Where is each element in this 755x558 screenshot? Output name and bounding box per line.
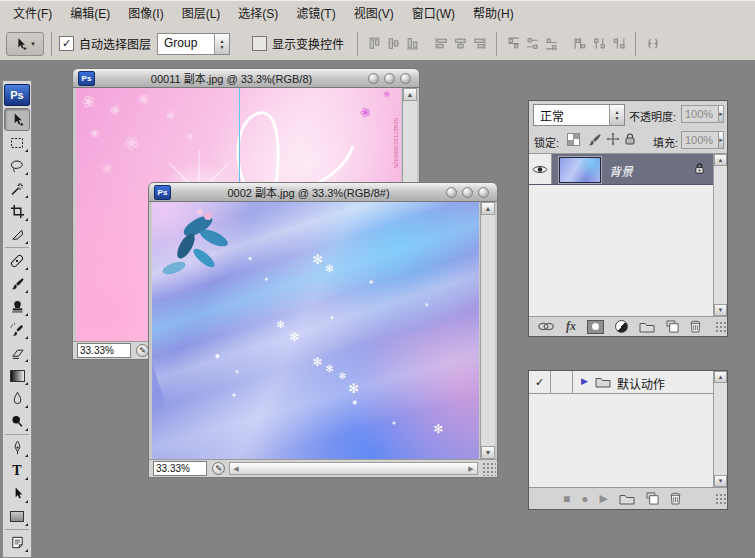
blend-mode-spinner-icon[interactable]: ▲▼ [609,105,624,125]
menu-item-select[interactable]: 选择(S) [229,2,287,27]
action-enabled-cell[interactable]: ✓ [529,371,551,393]
scroll-down-icon[interactable]: ▼ [714,304,727,316]
layer-name[interactable]: 背景 [609,162,633,179]
scroll-up-icon[interactable]: ▲ [481,202,495,215]
new-action-set-button[interactable] [619,493,635,505]
tool-clone-stamp-button[interactable] [4,295,30,318]
tool-crop-button[interactable] [4,200,30,223]
menu-item-help[interactable]: 帮助(H) [464,2,523,27]
distribute-right-edges-icon[interactable] [610,35,627,52]
align-bottom-edges-icon[interactable] [404,35,421,52]
window-2-titlebar[interactable]: Ps 0002 副本.jpg @ 33.3%(RGB/8#) [148,182,498,202]
tool-magic-wand-button[interactable] [4,177,30,200]
window-resize-grip[interactable] [482,462,496,476]
tool-lasso-button[interactable] [4,154,30,177]
distribute-horizontal-centers-icon[interactable] [591,35,608,52]
tool-type-button[interactable]: T [4,459,30,482]
scroll-up-icon[interactable]: ▲ [403,88,417,101]
delete-action-button[interactable] [670,492,681,505]
lock-all-icon[interactable] [624,132,636,146]
menu-item-edit[interactable]: 编辑(E) [61,2,119,27]
window-button-icon[interactable] [400,73,411,84]
layer-row-background[interactable]: 背景 [529,154,713,185]
tool-brush-button[interactable] [4,272,30,295]
tool-eraser-button[interactable] [4,341,30,364]
menu-item-window[interactable]: 窗口(W) [403,2,464,27]
tool-dodge-button[interactable] [4,410,30,433]
opacity-slider-arrow-icon[interactable]: ▸ [718,106,723,122]
layer-visibility-cell[interactable] [529,154,552,184]
delete-layer-button[interactable] [690,320,701,333]
current-tool-preset-button[interactable]: ▼ [6,32,44,56]
stop-playing-button[interactable]: ■ [563,493,570,505]
tool-shape-button[interactable] [4,505,30,528]
window-1-titlebar[interactable]: Ps 00011 副本.jpg @ 33.3%(RGB/8) [72,68,420,88]
canvas-image-2[interactable]: ✻ ✻ ✻ ✻ ✻ ✻ ✻ ✻ ✻ ✦ ✦ [152,202,479,459]
auto-select-layer-checkbox[interactable]: ✓ [59,36,74,51]
add-layer-mask-button[interactable] [587,320,604,334]
auto-align-icon[interactable] [644,35,661,52]
menu-item-image[interactable]: 图像(I) [119,2,172,27]
blend-mode-dropdown[interactable]: 正常 ▲▼ [533,104,625,126]
fill-field[interactable]: 100% ▸ [681,131,724,149]
distribute-left-edges-icon[interactable] [572,35,589,52]
menu-item-view[interactable]: 视图(V) [345,2,403,27]
new-group-button[interactable] [639,321,655,333]
scroll-up-icon[interactable]: ▲ [714,154,727,166]
distribute-top-edges-icon[interactable] [505,35,522,52]
lock-pixels-brush-icon[interactable] [587,132,602,147]
menu-item-layer[interactable]: 图层(L) [173,2,230,27]
lock-transparency-icon[interactable] [567,133,580,146]
expand-triangle-icon[interactable]: ▶ [581,376,588,386]
window-1-zoom-field[interactable]: 33.33% [77,343,131,358]
window-button-icon[interactable] [478,187,489,198]
align-horizontal-centers-icon[interactable] [452,35,469,52]
opacity-field[interactable]: 100% ▸ [681,105,724,123]
window-button-icon[interactable] [446,187,457,198]
actions-scrollbar[interactable]: ▲ ▼ [713,371,727,487]
new-action-button[interactable] [646,492,659,505]
play-selection-button[interactable]: ▶ [600,493,608,504]
align-left-edges-icon[interactable] [433,35,450,52]
window-2-horizontal-scrollbar[interactable]: ◀ ▶ [229,462,478,475]
panel-resize-grip[interactable] [715,493,726,504]
group-select-spinner-icon[interactable]: ▲▼ [214,34,229,54]
menu-item-filter[interactable]: 滤镜(T) [287,2,344,27]
scroll-down-icon[interactable]: ▼ [714,475,727,487]
window-2-vertical-scrollbar[interactable]: ▲ ▼ [480,202,495,459]
scroll-right-icon[interactable]: ▶ [465,463,477,474]
tool-pen-button[interactable] [4,436,30,459]
lock-position-icon[interactable] [606,132,620,146]
align-top-edges-icon[interactable] [366,35,383,52]
window-button-icon[interactable] [384,73,395,84]
tool-gradient-button[interactable] [4,364,30,387]
window-2-zoom-field[interactable]: 33.33% [153,461,207,476]
window-button-icon[interactable] [462,187,473,198]
tool-slice-button[interactable] [4,223,30,246]
window-button-icon[interactable] [368,73,379,84]
align-right-edges-icon[interactable] [471,35,488,52]
tool-move-button[interactable] [4,108,30,131]
scroll-up-icon[interactable]: ▲ [714,371,727,383]
window-2-annotation-button[interactable]: ✎ [212,462,225,475]
tool-path-selection-button[interactable] [4,482,30,505]
layers-scrollbar[interactable]: ▲ ▼ [713,154,727,316]
group-select-dropdown[interactable]: Group ▲▼ [157,33,230,55]
panel-resize-grip[interactable] [715,321,726,332]
begin-recording-button[interactable]: ● [581,493,588,505]
show-transform-controls-checkbox[interactable] [252,36,267,51]
distribute-vertical-centers-icon[interactable] [524,35,541,52]
distribute-bottom-edges-icon[interactable] [543,35,560,52]
action-dialog-cell[interactable] [551,371,573,393]
fill-slider-arrow-icon[interactable]: ▸ [718,132,723,148]
action-row[interactable]: ✓ ▶ 默认动作 [529,371,713,394]
tool-notes-button[interactable] [4,531,30,554]
ps-logo[interactable]: Ps [4,84,30,106]
layer-thumbnail[interactable] [559,157,601,183]
action-set-name[interactable]: 默认动作 [617,375,665,392]
tool-history-brush-button[interactable] [4,318,30,341]
tool-healing-brush-button[interactable] [4,249,30,272]
link-layers-button[interactable] [537,321,555,332]
scroll-left-icon[interactable]: ◀ [230,463,242,474]
menu-item-file[interactable]: 文件(F) [4,2,61,27]
